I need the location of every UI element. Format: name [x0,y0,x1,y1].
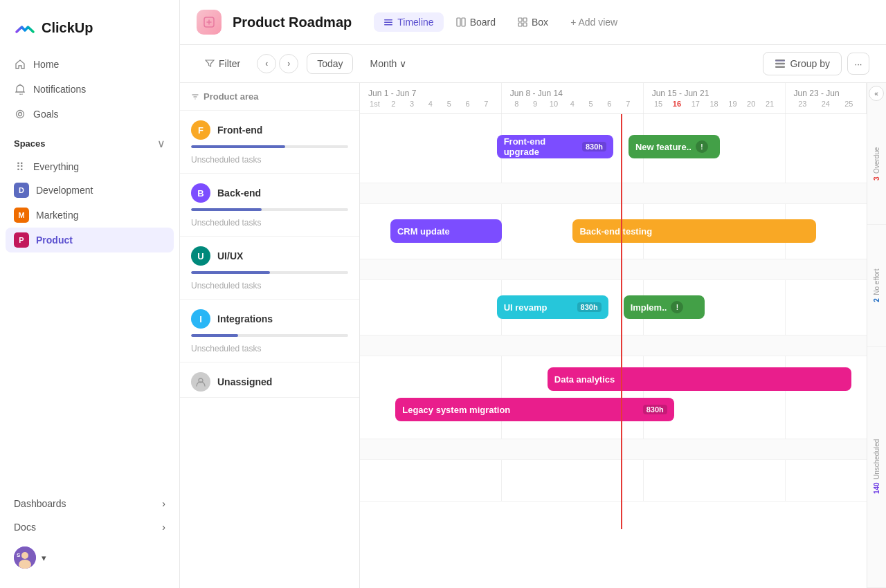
day-24: 24 [814,100,838,108]
svg-rect-11 [462,18,465,26]
date-nav-arrows: ‹ › [257,54,298,73]
docs-label: Docs [14,522,36,533]
day-10: 10 [545,100,563,108]
collapse-button[interactable]: « [869,86,884,101]
integrations-progress-bar [191,334,348,337]
group-header-unassigned[interactable]: Unassigned [180,362,359,397]
week-jun15: Jun 15 - Jun 21 15 16 17 18 19 20 21 [644,83,786,113]
no-effort-label: No effort [873,269,880,295]
task-backend-testing[interactable]: Back-end testing [572,219,815,243]
collapse-icon[interactable]: « [869,86,884,101]
main-content: Product Roadmap Timeline Board Box + Add… [180,0,886,588]
sidebar-goals-label: Goals [33,109,59,120]
bell-icon [14,83,26,95]
add-view-button[interactable]: + Add view [561,12,627,32]
group-by-button[interactable]: Group by [763,52,842,75]
uiux-unscheduled: Unscheduled tasks [180,277,359,299]
more-options-button[interactable]: ··· [847,53,869,75]
filter-button[interactable]: Filter [197,54,248,73]
sidebar: ClickUp Home Notifications Goals Spaces … [0,0,180,588]
user-name: ▾ [42,553,46,563]
docs-arrow: › [162,522,165,533]
task-legacy-migration[interactable]: Legacy system migration 830h [395,398,674,421]
user-profile[interactable]: S ▾ [0,538,179,577]
frontend-unscheduled: Unscheduled tasks [180,151,359,173]
sidebar-item-everything[interactable]: ⠿ Everything [6,156,174,178]
task-data-analytics[interactable]: Data analytics [548,367,851,391]
group-header-backend[interactable]: B Back-end [180,174,359,208]
backend-progress-bar [191,208,348,211]
week-label-jun23: Jun 23 - Jun [786,83,866,100]
sidebar-item-notifications[interactable]: Notifications [6,77,174,101]
svg-text:S: S [17,552,21,558]
week-jun1: Jun 1 - Jun 7 1st 2 3 4 5 6 7 [360,83,502,113]
svg-rect-18 [775,66,785,68]
no-effort-count: 2 [873,298,880,302]
project-icon [197,10,222,35]
sidebar-development-label: Development [36,185,93,196]
implement-warning-icon: ! [671,301,683,313]
no-effort-section: 2 No effort [867,225,886,346]
toolbar: Filter ‹ › Today Month ∨ Group by ··· [180,45,886,83]
sidebar-item-product[interactable]: P Product [6,228,174,252]
day-25: 25 [838,100,861,108]
svg-rect-7 [384,19,392,21]
sidebar-item-development[interactable]: D Development [6,178,174,203]
group-uiux: U UI/UX Unscheduled tasks [180,237,359,300]
svg-point-3 [21,552,28,559]
tab-timeline[interactable]: Timeline [374,12,443,32]
timeline-grid: Jun 1 - Jun 7 1st 2 3 4 5 6 7 Jun 8 - Ju… [360,83,867,588]
sidebar-item-goals[interactable]: Goals [6,102,174,126]
next-arrow-button[interactable]: › [279,54,298,73]
sidebar-item-docs[interactable]: Docs › [6,516,174,538]
user-avatar-img: S [14,546,36,569]
frontend-avatar: F [191,120,210,140]
avatar: S [14,546,36,569]
week-jun8: Jun 8 - Jun 14 8 9 10 4 5 6 7 [502,83,644,113]
uiux-progress-fill [191,271,270,274]
integrations-name: Integrations [217,313,273,324]
task-new-feature[interactable]: New feature.. ! [629,135,720,158]
sidebar-item-marketing[interactable]: M Marketing [6,203,174,228]
tab-board[interactable]: Board [446,12,505,32]
backend-unscheduled: Unscheduled tasks [180,214,359,236]
filter-icon [205,59,215,68]
unassigned-avatar [191,372,210,392]
day-1st: 1st [365,100,384,108]
group-header-frontend[interactable]: F Front-end [180,111,359,145]
prev-arrow-button[interactable]: ‹ [257,54,276,73]
day-20: 20 [742,100,761,108]
timeline-body: Front-end upgrade 830h New feature.. ! [360,114,867,529]
everything-icon: ⠿ [14,160,26,173]
integrations-progress-fill [191,334,238,337]
sidebar-item-dashboards[interactable]: Dashboards › [6,493,174,515]
timeline-group-backend: CRM update Back-end testing [360,204,867,259]
task-frontend-upgrade[interactable]: Front-end upgrade 830h [497,135,613,158]
backend-avatar: B [191,183,210,203]
spaces-section-header: Spaces ∨ [0,126,179,156]
right-sidebar: « 3 Overdue 2 No effort 140 U [867,83,886,588]
group-unassigned: Unassigned [180,362,359,398]
spaces-toggle[interactable]: ∨ [157,137,165,150]
timeline-unscheduled-backend [360,259,867,280]
timeline-group-integrations: Data analytics Legacy system migration 8… [360,356,867,439]
sidebar-item-home[interactable]: Home [6,53,174,76]
overdue-count: 3 [873,177,880,181]
sidebar-product-label: Product [36,235,73,246]
task-crm-update[interactable]: CRM update [390,219,502,243]
sidebar-nav: Home Notifications Goals [0,53,179,126]
day-14: 7 [619,100,638,108]
day-3: 3 [403,100,422,108]
tab-box[interactable]: Box [508,12,558,32]
overdue-section: 3 Overdue [867,83,886,225]
box-icon [518,17,527,27]
task-ui-revamp[interactable]: UI revamp 830h [497,295,608,319]
timeline-header: Jun 1 - Jun 7 1st 2 3 4 5 6 7 Jun 8 - Ju… [360,83,867,114]
month-selector-button[interactable]: Month ∨ [361,54,415,73]
group-header-integrations[interactable]: I Integrations [180,300,359,334]
unscheduled-section: 140 Unscheduled [867,347,886,589]
group-header-uiux[interactable]: U UI/UX [180,237,359,271]
today-button[interactable]: Today [307,53,353,74]
task-implement[interactable]: Implem.. ! [624,295,705,319]
group-integrations: I Integrations Unscheduled tasks [180,300,359,362]
